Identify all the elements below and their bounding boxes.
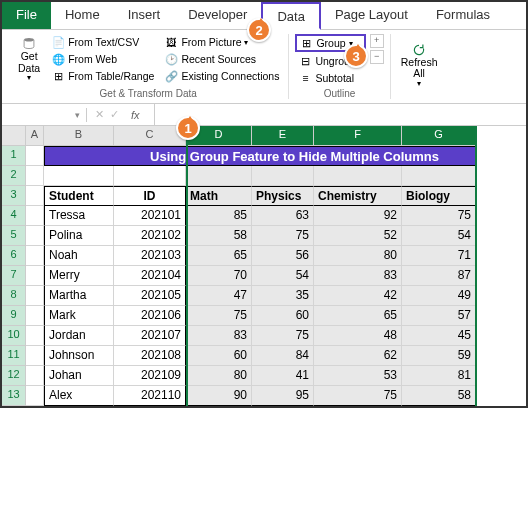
cell-student[interactable]: Merry [44, 266, 114, 286]
insert-function-button[interactable]: fx [125, 109, 146, 121]
title-cell[interactable] [44, 146, 114, 166]
cell-math[interactable]: 47 [186, 286, 252, 306]
cell-id[interactable]: 202106 [114, 306, 186, 326]
cell-id[interactable]: 202107 [114, 326, 186, 346]
get-data-button[interactable]: Get Data ▾ [14, 34, 44, 86]
enter-icon[interactable]: ✓ [110, 108, 119, 121]
cell-biology[interactable]: 75 [402, 206, 476, 226]
col-header-a[interactable]: A [26, 126, 44, 146]
cell-chemistry[interactable]: 42 [314, 286, 402, 306]
cell-math[interactable]: 75 [186, 306, 252, 326]
row-header-9[interactable]: 9 [2, 306, 26, 326]
row-header-1[interactable]: 1 [2, 146, 26, 166]
cell-chemistry[interactable]: 53 [314, 366, 402, 386]
tab-file[interactable]: File [2, 2, 51, 29]
header-chemistry[interactable]: Chemistry [314, 186, 402, 206]
cell-chemistry[interactable]: 65 [314, 306, 402, 326]
cell-physics[interactable]: 60 [252, 306, 314, 326]
cell-physics[interactable]: 56 [252, 246, 314, 266]
tab-home[interactable]: Home [51, 2, 114, 29]
cell-chemistry[interactable]: 92 [314, 206, 402, 226]
tab-page-layout[interactable]: Page Layout [321, 2, 422, 29]
cell-id[interactable]: 202109 [114, 366, 186, 386]
cell-physics[interactable]: 54 [252, 266, 314, 286]
cell-id[interactable]: 202108 [114, 346, 186, 366]
header-student[interactable]: Student [44, 186, 114, 206]
cell-student[interactable]: Alex [44, 386, 114, 406]
row-header-5[interactable]: 5 [2, 226, 26, 246]
cell-id[interactable]: 202101 [114, 206, 186, 226]
from-table-button[interactable]: ⊞From Table/Range [48, 68, 157, 84]
col-header-b[interactable]: B [44, 126, 114, 146]
cell-chemistry[interactable]: 52 [314, 226, 402, 246]
cell-physics[interactable]: 75 [252, 226, 314, 246]
row-header-4[interactable]: 4 [2, 206, 26, 226]
header-physics[interactable]: Physics [252, 186, 314, 206]
cell-id[interactable]: 202105 [114, 286, 186, 306]
row-header-7[interactable]: 7 [2, 266, 26, 286]
row-header-2[interactable]: 2 [2, 166, 26, 186]
cell-chemistry[interactable]: 62 [314, 346, 402, 366]
row-header-6[interactable]: 6 [2, 246, 26, 266]
cell-biology[interactable]: 45 [402, 326, 476, 346]
cell-physics[interactable]: 35 [252, 286, 314, 306]
cell-student[interactable]: Jordan [44, 326, 114, 346]
cell-math[interactable]: 65 [186, 246, 252, 266]
cell-chemistry[interactable]: 83 [314, 266, 402, 286]
cell-id[interactable]: 202103 [114, 246, 186, 266]
col-header-f[interactable]: F [314, 126, 402, 146]
cell-student[interactable]: Polina [44, 226, 114, 246]
cell-physics[interactable]: 95 [252, 386, 314, 406]
cell-biology[interactable]: 87 [402, 266, 476, 286]
show-detail-button[interactable]: + [370, 34, 384, 48]
cell-chemistry[interactable]: 80 [314, 246, 402, 266]
tab-insert[interactable]: Insert [114, 2, 175, 29]
cell-biology[interactable]: 58 [402, 386, 476, 406]
row-header-3[interactable]: 3 [2, 186, 26, 206]
cell-math[interactable]: 70 [186, 266, 252, 286]
header-id[interactable]: ID [114, 186, 186, 206]
row-header-10[interactable]: 10 [2, 326, 26, 346]
header-biology[interactable]: Biology [402, 186, 476, 206]
cell-student[interactable]: Johan [44, 366, 114, 386]
cell-physics[interactable]: 63 [252, 206, 314, 226]
from-text-csv-button[interactable]: 📄From Text/CSV [48, 34, 157, 50]
cell-physics[interactable]: 41 [252, 366, 314, 386]
cell-math[interactable]: 58 [186, 226, 252, 246]
cell-physics[interactable]: 75 [252, 326, 314, 346]
cell-math[interactable]: 80 [186, 366, 252, 386]
cell-student[interactable]: Martha [44, 286, 114, 306]
hide-detail-button[interactable]: − [370, 50, 384, 64]
cell-biology[interactable]: 57 [402, 306, 476, 326]
cell-math[interactable]: 90 [186, 386, 252, 406]
cell-math[interactable]: 83 [186, 326, 252, 346]
title-cell[interactable]: Using Group Feature to Hide Multiple Col… [114, 146, 476, 166]
header-math[interactable]: Math [186, 186, 252, 206]
cell-physics[interactable]: 84 [252, 346, 314, 366]
refresh-all-button[interactable]: Refresh All ▾ [397, 34, 442, 97]
name-box[interactable]: ▾ [2, 108, 87, 122]
col-header-g[interactable]: G [402, 126, 476, 146]
from-web-button[interactable]: 🌐From Web [48, 51, 157, 67]
row-header-13[interactable]: 13 [2, 386, 26, 406]
cell-math[interactable]: 60 [186, 346, 252, 366]
cell-id[interactable]: 202102 [114, 226, 186, 246]
cell-biology[interactable]: 49 [402, 286, 476, 306]
cell-student[interactable]: Noah [44, 246, 114, 266]
row-header-8[interactable]: 8 [2, 286, 26, 306]
select-all-corner[interactable] [2, 126, 26, 146]
cell-id[interactable]: 202104 [114, 266, 186, 286]
cell-math[interactable]: 85 [186, 206, 252, 226]
cell-chemistry[interactable]: 48 [314, 326, 402, 346]
cell-biology[interactable]: 81 [402, 366, 476, 386]
cell-chemistry[interactable]: 75 [314, 386, 402, 406]
cell-student[interactable]: Johnson [44, 346, 114, 366]
row-header-11[interactable]: 11 [2, 346, 26, 366]
cell-biology[interactable]: 59 [402, 346, 476, 366]
col-header-e[interactable]: E [252, 126, 314, 146]
cancel-icon[interactable]: ✕ [95, 108, 104, 121]
cell[interactable] [26, 146, 44, 166]
recent-sources-button[interactable]: 🕑Recent Sources [161, 51, 282, 67]
cell-id[interactable]: 202110 [114, 386, 186, 406]
cell-biology[interactable]: 71 [402, 246, 476, 266]
